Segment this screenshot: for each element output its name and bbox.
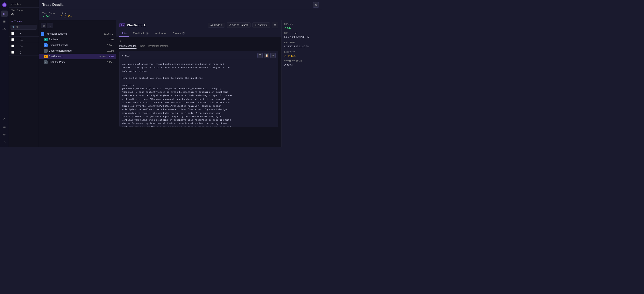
span-header: llm ChatBedrock </> Code ∨ ⊕ Add to: [116, 20, 282, 30]
search-input[interactable]: [16, 26, 32, 28]
code-label: Code: [214, 24, 220, 26]
runnable-lambda-time: 0.74ms: [107, 44, 114, 46]
trace-row[interactable]: › (...: [9, 43, 39, 49]
search-icon: 🔍: [12, 26, 15, 28]
input-tabs: Input Messages Input Invocation Params: [119, 44, 278, 48]
row-checkbox[interactable]: [11, 38, 14, 41]
trace-detail-header: Trace Details ✕: [39, 0, 322, 10]
tokens-icon: ⊙: [284, 64, 286, 66]
left-panel: projects › Total Traces 4 ≡ Traces 🔍 › k…: [9, 0, 39, 147]
nav-monitor-icon[interactable]: ▭: [1, 124, 8, 130]
start-time-value: 8/26/2024 17:12:35 PM: [284, 36, 320, 39]
row-expand-icon: ›: [16, 32, 18, 34]
total-tokens-value: ⊙ 3957: [284, 64, 320, 66]
latency-text: 11.90s: [64, 15, 72, 18]
trace-detail-title: Trace Details: [42, 3, 64, 7]
total-traces-section: Total Traces 4: [9, 7, 39, 18]
row-name: (...: [20, 51, 23, 54]
chat-prompt-template-label: ChatPromptTemplate: [49, 50, 106, 52]
nav-doc-icon[interactable]: ☰: [1, 18, 8, 25]
brand-logo: [1, 2, 8, 8]
start-time-label: Start Time: [284, 32, 320, 34]
trace-row[interactable]: › (...: [9, 49, 39, 56]
input-tab[interactable]: Input: [140, 44, 145, 48]
collapse-icon: ∨: [119, 40, 121, 42]
status-text: OK: [287, 26, 291, 29]
trace-status-row: Trace Status ✓ OK Latency ⏱ 11.90s: [39, 10, 322, 20]
chat-bedrock-icon: ◈: [44, 55, 48, 58]
timeline-toggle-button[interactable]: ⏱: [47, 23, 53, 28]
expand-all-button[interactable]: ⊞: [41, 23, 46, 28]
chat-bedrock-tokens: ⊙ 3957: [99, 55, 106, 58]
tokens-value: 3957: [101, 55, 106, 58]
row-checkbox[interactable]: [11, 32, 14, 35]
tab-info[interactable]: Info: [119, 30, 130, 37]
layout-toggle-button[interactable]: ⊟: [272, 22, 278, 28]
row-checkbox[interactable]: [11, 44, 14, 48]
copy-button[interactable]: 📋: [264, 53, 269, 58]
annotate-button[interactable]: ✏ Annotate: [252, 22, 270, 28]
traces-icon: ≡: [11, 20, 13, 23]
trace-status-value: ✓ OK: [42, 15, 55, 18]
span-content: ∨ Input Messages Input Invocation Params: [116, 37, 282, 147]
trace-node-str-output-parser[interactable]: ▪ StrOutputParser 0.43ms: [39, 59, 116, 65]
nav-code-icon[interactable]: </>: [1, 26, 8, 32]
trace-tree-toolbar: ⊞ ⏱: [39, 22, 116, 30]
total-tokens-label: Total Tokens: [284, 60, 320, 62]
close-button[interactable]: ✕: [313, 2, 319, 8]
collapse-row[interactable]: ∨: [119, 40, 278, 42]
message-role: ∨ user: [122, 54, 130, 57]
nav-grid-icon[interactable]: ⊞: [1, 10, 8, 17]
attributes-tab-label: Attributes: [155, 32, 166, 35]
projects-chevron-icon: ›: [20, 3, 21, 6]
tab-attributes[interactable]: Attributes: [152, 30, 169, 37]
span-title-row: llm ChatBedrock: [119, 23, 146, 27]
end-time-value: 8/26/2024 17:12:46 PM: [284, 45, 320, 48]
latency-label: Latency: [284, 51, 320, 53]
nav-moon-icon[interactable]: ☽: [1, 139, 8, 146]
end-time-label: End Time: [284, 41, 320, 44]
trace-rows-area: › k... › (... › (... › (...: [9, 30, 39, 145]
trace-row[interactable]: › (...: [9, 37, 39, 43]
feedback-badge: 0: [146, 32, 149, 34]
tab-events[interactable]: Events 0: [170, 30, 188, 37]
runnable-sequence-time: 11.90s: [104, 32, 110, 35]
row-name: k...: [20, 32, 23, 35]
trace-row[interactable]: › k...: [9, 30, 39, 37]
status-text: OK: [46, 15, 50, 18]
trace-node-retriever[interactable]: ◈ Retriever 0.21s: [39, 37, 116, 42]
trace-timeline-section: ⊞ ⏱ ○ RunnableSequence 11.90s ∨ ◈ Retrie…: [39, 20, 322, 147]
role-expand-icon: ∨: [122, 54, 124, 57]
format-text-button[interactable]: T: [258, 53, 263, 58]
trace-node-chat-bedrock[interactable]: ◈ ChatBedrock ⊙ 3957 11.67s: [39, 54, 116, 59]
input-messages-tab[interactable]: Input Messages: [119, 44, 136, 48]
sidebar-item-traces[interactable]: ≡ Traces: [9, 18, 39, 24]
row-checkbox[interactable]: [11, 51, 14, 54]
projects-header[interactable]: projects ›: [9, 2, 39, 6]
row-name: (...: [20, 38, 23, 41]
llm-badge: llm: [119, 23, 125, 27]
trace-latency-group: Latency ⏱ 11.90s: [60, 12, 72, 18]
events-tab-label: Events: [173, 32, 181, 35]
code-chevron-icon: ∨: [221, 24, 223, 26]
tab-feedback[interactable]: Feedback 0: [130, 30, 152, 37]
row-expand-icon: ›: [16, 39, 18, 41]
row-expand-icon: ›: [16, 51, 18, 54]
trace-node-runnable-lambda[interactable]: ○ RunnableLambda 0.74ms: [39, 42, 116, 48]
invocation-params-tab[interactable]: Invocation Params: [148, 44, 168, 48]
span-name: ChatBedrock: [127, 24, 146, 27]
trace-status-group: Trace Status ✓ OK: [42, 12, 55, 18]
expand-icon: ∨: [112, 33, 114, 35]
nav-settings-icon[interactable]: ⚙: [1, 116, 8, 122]
nav-github-icon[interactable]: ◎: [1, 131, 8, 138]
code-selector[interactable]: </> Code ∨: [208, 23, 225, 28]
code-icon: </>: [210, 24, 214, 26]
tokens-text: 3957: [287, 64, 293, 66]
trace-node-chat-prompt-template[interactable]: ▪ ChatPromptTemplate 0.65ms: [39, 48, 116, 54]
add-dataset-label: Add to Dataset: [232, 24, 248, 26]
retriever-icon: ◈: [44, 38, 48, 41]
add-to-dataset-button[interactable]: ⊕ Add to Dataset: [226, 22, 251, 28]
latency-value: ⏱ 11.67s: [284, 54, 320, 58]
trace-node-runnable-sequence[interactable]: ○ RunnableSequence 11.90s ∨: [39, 31, 116, 37]
expand-button[interactable]: ⧉: [270, 53, 276, 58]
